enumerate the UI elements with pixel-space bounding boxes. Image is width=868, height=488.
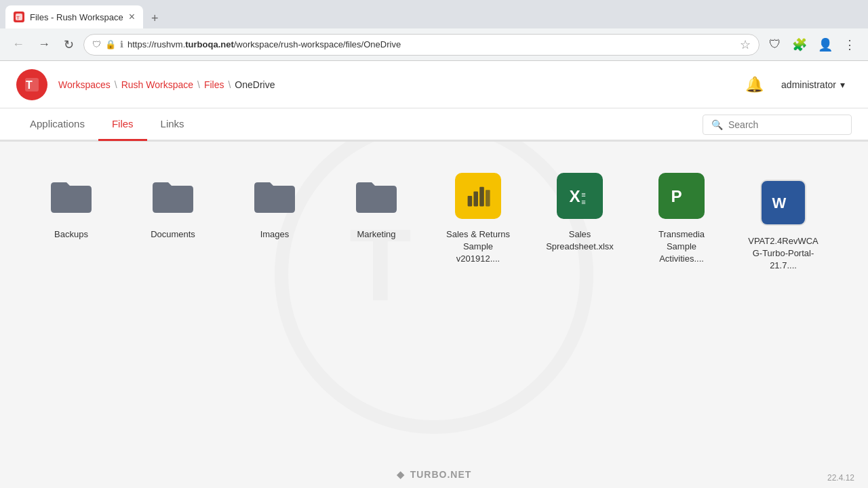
folder-icon	[146, 169, 200, 223]
svg-rect-7	[473, 191, 478, 206]
file-label: VPAT2.4RevWCAG-Turbo-Portal-21.7....	[746, 235, 821, 272]
profile-button[interactable]: 👤	[814, 35, 837, 55]
breadcrumb-workspaces[interactable]: Workspaces	[58, 79, 111, 90]
user-name: administrator	[781, 79, 836, 90]
file-label: Sales Spreadsheet.xlsx	[542, 228, 617, 253]
svg-rect-6	[468, 196, 473, 206]
svg-text:P: P	[671, 187, 682, 205]
breadcrumb-sep-2: \	[197, 79, 200, 90]
url-domain: turboqa.net	[185, 39, 234, 49]
list-item[interactable]: Images	[231, 162, 319, 279]
breadcrumb-onedrive: OneDrive	[235, 79, 275, 90]
file-label: Backups	[54, 228, 88, 241]
folder-icon	[248, 169, 302, 223]
tab-applications[interactable]: Applications	[16, 108, 98, 141]
list-item[interactable]: Documents	[129, 162, 217, 279]
back-button[interactable]: ←	[8, 35, 28, 54]
shield-toolbar-button[interactable]: 🛡	[765, 35, 785, 54]
bookmark-button[interactable]: ☆	[740, 37, 751, 52]
shield-icon: 🛡	[92, 39, 101, 49]
search-icon: 🔍	[711, 119, 723, 130]
browser-tab[interactable]: T Files - Rush Workspace ×	[5, 5, 143, 28]
svg-text:T: T	[26, 79, 33, 91]
list-item[interactable]: Sales & Returns Sample v201912....	[434, 162, 522, 279]
breadcrumb-sep-1: \	[115, 79, 117, 90]
notification-button[interactable]: 🔔	[745, 76, 764, 94]
search-input[interactable]	[728, 119, 843, 130]
dropdown-icon: ▾	[840, 79, 845, 90]
folder-icon	[349, 169, 403, 223]
tab-favicon: T	[14, 12, 24, 22]
breadcrumb-rush-workspace[interactable]: Rush Workspace	[121, 79, 193, 90]
url-path: /workspace/rush-workspace/files/OneDrive	[234, 39, 401, 49]
new-tab-button[interactable]: +	[146, 9, 164, 28]
app-footer: ◆ TURBO.NET 22.4.12	[0, 461, 868, 488]
list-item[interactable]: X ≡ ≡ Sales Spreadsheet.xlsx	[536, 162, 624, 279]
file-label: Marketing	[357, 228, 395, 241]
list-item[interactable]: W VPAT2.4RevWCAG-Turbo-Portal-21.7....	[739, 169, 827, 279]
app-header: T Workspaces \ Rush Workspace \ Files \ …	[0, 61, 868, 108]
menu-button[interactable]: ⋮	[840, 35, 860, 55]
word-icon: W	[756, 176, 810, 230]
forward-button[interactable]: →	[34, 35, 54, 54]
breadcrumb-files[interactable]: Files	[204, 79, 224, 90]
file-label: Sales & Returns Sample v201912....	[441, 228, 515, 266]
tab-title: Files - Rush Workspace	[30, 12, 123, 22]
excel-icon: X ≡ ≡	[553, 169, 607, 223]
version-badge: 22.4.12	[827, 473, 854, 483]
url-display: https://rushvm.turboqa.net/workspace/rus…	[127, 39, 736, 49]
breadcrumb: Workspaces \ Rush Workspace \ Files \ On…	[58, 79, 275, 90]
svg-text:≡: ≡	[581, 198, 585, 206]
list-item[interactable]: Backups	[27, 162, 115, 279]
footer-logo: ◆ TURBO.NET	[397, 469, 472, 480]
url-prefix: https://rushvm.	[127, 39, 185, 49]
refresh-button[interactable]: ↻	[60, 35, 78, 55]
extensions-button[interactable]: 🧩	[788, 35, 811, 55]
footer-logo-icon: ◆	[397, 469, 405, 480]
files-grid: Backups Documents Images	[27, 162, 841, 279]
app-logo[interactable]: T	[16, 69, 47, 100]
file-label: Images	[260, 228, 290, 241]
svg-text:X: X	[570, 187, 580, 205]
file-label: Transmedia Sample Activities....	[644, 228, 719, 266]
svg-rect-9	[486, 190, 490, 206]
tab-files[interactable]: Files	[98, 108, 147, 141]
breadcrumb-sep-3: \	[228, 79, 231, 90]
svg-rect-8	[479, 187, 484, 207]
publisher-icon: P	[654, 169, 709, 223]
files-area: Backups Documents Images	[0, 142, 868, 488]
list-item[interactable]: P Transmedia Sample Activities....	[637, 162, 726, 279]
header-left: T Workspaces \ Rush Workspace \ Files \ …	[16, 69, 275, 100]
list-item[interactable]: Marketing	[332, 162, 420, 279]
address-bar[interactable]: 🛡 🔒 ℹ https://rushvm.turboqa.net/workspa…	[83, 34, 760, 56]
header-right: 🔔 administrator ▾	[745, 75, 852, 94]
footer-logo-text: TURBO.NET	[410, 469, 472, 480]
folder-icon	[44, 169, 98, 223]
file-label: Documents	[151, 228, 195, 241]
tab-links[interactable]: Links	[147, 108, 198, 141]
tab-close-button[interactable]: ×	[129, 12, 135, 22]
powerbi-icon	[451, 169, 505, 223]
info-icon: ℹ	[120, 39, 123, 49]
lock-icon: 🔒	[105, 39, 116, 49]
search-box: 🔍	[703, 115, 852, 135]
svg-text:W: W	[772, 195, 787, 211]
user-menu[interactable]: administrator ▾	[774, 75, 852, 94]
svg-text:T: T	[16, 15, 20, 21]
